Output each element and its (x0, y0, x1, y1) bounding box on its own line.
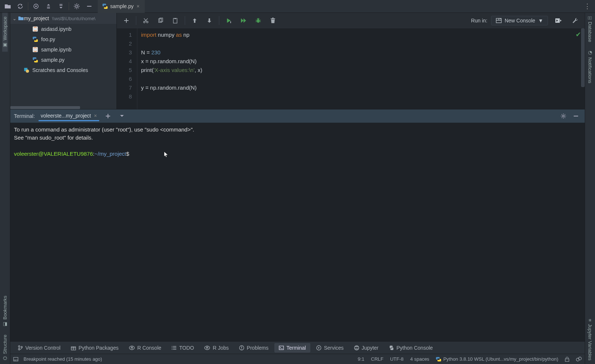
left-tool-strip: ▣Workspace ◧Bookmarks ⌬Structure (0, 13, 10, 364)
tab-close-icon[interactable]: × (136, 3, 140, 9)
database-tool[interactable]: ⌸Database (587, 13, 593, 46)
terminal-body[interactable]: To run a command as administrator (user … (10, 123, 585, 341)
move-up-icon[interactable] (188, 14, 201, 27)
terminal-icon (279, 346, 284, 350)
gear-icon[interactable] (71, 0, 83, 12)
mouse-cursor-icon (164, 151, 169, 158)
notifications-tool[interactable]: ◔Notifications (587, 46, 593, 87)
minimize-icon[interactable] (83, 0, 95, 12)
runin-label: Run in: (471, 18, 487, 24)
chevron-down-icon: ▼ (538, 18, 543, 24)
structure-tool[interactable]: ⌬Structure (2, 331, 8, 364)
play-circle-icon (316, 345, 321, 350)
add-cell-icon[interactable] (120, 14, 133, 27)
line-gutter: 12345678 (117, 28, 137, 109)
terminal-line: To run a command as administrator (user … (14, 126, 581, 134)
terminal-tab[interactable]: voleerste...my_project × (39, 111, 99, 121)
terminal-gear-icon[interactable] (558, 111, 569, 121)
jupyter-vars-tool[interactable]: ≡Jupyter Variables (587, 315, 593, 364)
tree-file[interactable]: asdasd.ipynb (10, 24, 116, 34)
folder-icon: ▣ (2, 43, 8, 48)
jupyter-icon (32, 26, 38, 32)
more-icon[interactable]: ⋮ (581, 2, 594, 10)
wrench-icon[interactable] (569, 14, 582, 27)
runin-select[interactable]: New Console ▼ (491, 16, 548, 25)
interpreter[interactable]: Python 3.8.10 WSL (Ubunt...vs/my_project… (436, 356, 558, 362)
editor-scrollbar[interactable] (581, 28, 585, 87)
target-icon[interactable] (30, 0, 42, 12)
tw-python-packages[interactable]: Python Packages (66, 343, 123, 353)
svg-point-36 (354, 346, 359, 350)
tool-windows-icon[interactable] (13, 357, 18, 361)
terminal-dropdown-icon[interactable] (117, 111, 127, 121)
encoding[interactable]: UTF-8 (390, 356, 404, 362)
python-file-icon (32, 57, 38, 63)
inspection-ok-icon[interactable]: ✔ (576, 30, 581, 39)
debug-icon[interactable] (252, 14, 265, 27)
svg-point-1 (35, 6, 37, 7)
copy-icon[interactable] (154, 14, 167, 27)
editor-tab[interactable]: sample.py × (98, 0, 145, 13)
jupyter-icon (354, 345, 359, 350)
workspace-tool[interactable]: ▣Workspace (2, 13, 8, 52)
tw-services[interactable]: Services (312, 343, 348, 353)
svg-rect-34 (279, 346, 284, 350)
tw-r-console[interactable]: RR Console (125, 343, 166, 353)
main-toolbar: sample.py × ⋮ (0, 0, 595, 13)
tab-close-icon[interactable]: × (94, 113, 97, 119)
svg-point-15 (257, 19, 260, 23)
python-file-icon (102, 3, 108, 9)
tw-todo[interactable]: TODO (167, 343, 198, 353)
svg-text:R: R (206, 346, 209, 350)
lock-icon[interactable] (565, 357, 569, 362)
tw-jupyter[interactable]: Jupyter (350, 343, 383, 353)
tw-terminal[interactable]: Terminal (274, 343, 310, 353)
tool-window-bar: Version Control Python Packages RR Conso… (10, 341, 585, 354)
sync-icon[interactable] (14, 0, 26, 12)
tree-file[interactable]: foo.py (10, 34, 116, 44)
add-terminal-icon[interactable] (103, 111, 113, 121)
collapse-icon[interactable] (55, 0, 67, 12)
execute-icon[interactable] (552, 14, 565, 27)
indent[interactable]: 4 spaces (410, 356, 429, 362)
terminal-panel: Terminal: voleerste...my_project × To ru… (10, 109, 585, 341)
bookmark-icon: ◧ (2, 322, 8, 327)
move-down-icon[interactable] (203, 14, 216, 27)
project-name: my_project (24, 15, 49, 21)
project-root[interactable]: ⌄ my_project \\wsl$\Ubuntu\home\ (10, 13, 116, 24)
caret-pos[interactable]: 9:1 (358, 356, 364, 362)
run-cell-icon[interactable] (222, 14, 235, 27)
status-bar: Breakpoint reached (15 minutes ago) 9:1 … (10, 354, 585, 364)
open-icon[interactable] (1, 0, 14, 12)
ide-scale-icon[interactable] (576, 357, 582, 362)
tree-scrollbar[interactable] (10, 106, 116, 109)
tree-scratches[interactable]: Scratches and Consoles (10, 65, 116, 75)
bookmarks-tool[interactable]: ◧Bookmarks (2, 292, 8, 331)
terminal-header: Terminal: voleerste...my_project × (10, 109, 585, 123)
expand-icon[interactable] (42, 0, 55, 12)
svg-rect-33 (241, 349, 242, 349)
run-all-icon[interactable] (237, 14, 250, 27)
tw-python-console[interactable]: Python Console (385, 343, 437, 353)
tw-problems[interactable]: Problems (235, 343, 273, 353)
tree-file[interactable]: sample.py (10, 55, 116, 65)
tw-r-jobs[interactable]: RR Jobs (200, 343, 233, 353)
line-sep[interactable]: CRLF (371, 356, 383, 362)
svg-point-21 (18, 349, 20, 350)
code-content[interactable]: import numpy as np N = 230 x = np.random… (137, 28, 585, 109)
tw-version-control[interactable]: Version Control (13, 343, 65, 353)
delete-icon[interactable] (266, 14, 280, 27)
paste-icon[interactable] (169, 14, 182, 27)
project-tree: ⌄ my_project \\wsl$\Ubuntu\home\ asdasd.… (10, 13, 117, 109)
bell-icon: ◔ (587, 50, 593, 55)
editor-toolbar: Run in: New Console ▼ (117, 13, 585, 28)
terminal-prompt: voleerster@VALERIALETU9876:~/my_project$ (14, 150, 581, 158)
svg-rect-13 (174, 18, 176, 19)
tree-file[interactable]: sample.ipynb (10, 44, 116, 55)
status-message: Breakpoint reached (15 minutes ago) (24, 356, 102, 362)
code-area[interactable]: 12345678 import numpy as np N = 230 x = … (117, 28, 585, 109)
cut-icon[interactable] (139, 14, 152, 27)
editor: Run in: New Console ▼ 1234567 (117, 13, 585, 109)
terminal-hide-icon[interactable] (571, 111, 581, 121)
chevron-down-icon: ⌄ (12, 16, 17, 21)
